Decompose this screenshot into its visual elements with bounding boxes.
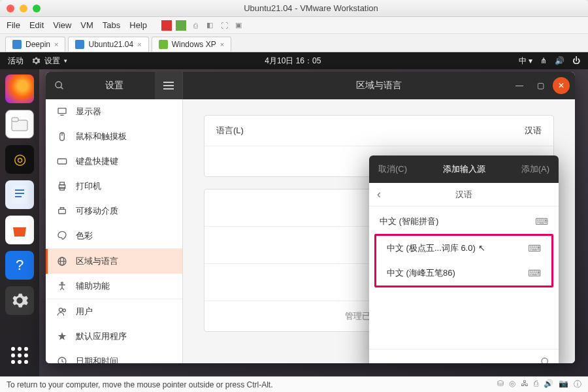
grid-icon	[11, 347, 28, 364]
fullscreen-icon[interactable]: ⛶	[219, 20, 229, 31]
language-value: 汉语	[525, 125, 542, 137]
network-icon[interactable]: ⋔	[540, 56, 547, 65]
volume-icon[interactable]: 🔊	[555, 56, 564, 65]
keyboard-preview-icon[interactable]: ⌨	[528, 268, 541, 278]
keyboard-preview-icon[interactable]: ⌨	[535, 216, 548, 227]
usb-icon[interactable]: ⎙	[534, 379, 538, 390]
snapshot-icon[interactable]: ⎙	[190, 20, 201, 31]
svg-rect-19	[60, 182, 65, 185]
cancel-button[interactable]: 取消(C)	[378, 163, 407, 175]
sidebar-item-datetime[interactable]: 日期和时间	[46, 349, 182, 363]
source-label: 中文 (智能拼音)	[380, 216, 438, 227]
camera-icon[interactable]: 📷	[559, 379, 568, 390]
vm-icon	[159, 40, 168, 49]
power-icon[interactable]	[161, 20, 172, 31]
svg-point-27	[59, 308, 62, 312]
close-tab-icon[interactable]: ×	[220, 41, 224, 48]
svg-point-28	[63, 309, 65, 312]
hamburger-button[interactable]	[155, 72, 182, 99]
input-source-option[interactable]: 中文 (智能拼音) ⌨	[369, 209, 559, 234]
sidebar-item-defaultapps[interactable]: 默认应用程序	[46, 324, 182, 349]
search-icon	[54, 80, 65, 91]
zoom-icon[interactable]	[33, 5, 41, 12]
suspend-icon[interactable]	[176, 20, 186, 31]
vm-tab-label: Windows XP	[172, 40, 216, 49]
search-icon	[540, 357, 551, 364]
gear-icon	[10, 291, 29, 310]
menu-help[interactable]: Help	[129, 20, 147, 30]
back-button[interactable]: ‹	[377, 188, 381, 201]
dock-firefox[interactable]	[5, 74, 34, 103]
maximize-button[interactable]: ▢	[532, 77, 549, 94]
svg-point-6	[56, 82, 61, 88]
menu-view[interactable]: View	[53, 20, 71, 30]
minimize-button[interactable]: —	[511, 77, 528, 94]
sidebar-item-accessibility[interactable]: 辅助功能	[46, 274, 182, 299]
sidebar-item-keyboard[interactable]: 键盘快捷键	[46, 149, 182, 174]
input-source-option[interactable]: 中文 (极点五...词库 6.0)↖ ⌨	[376, 236, 551, 261]
source-label: 中文 (极点五...词库 6.0)↖	[387, 242, 485, 254]
sidebar-item-label: 显示器	[76, 106, 101, 118]
sidebar-item-removable[interactable]: 可移动介质	[46, 199, 182, 223]
sidebar-item-region[interactable]: 区域与语言	[46, 249, 182, 274]
svg-rect-11	[58, 108, 66, 114]
settings-headerbar: 设置 区域与语言 — ▢ ✕	[46, 72, 575, 99]
color-icon	[56, 230, 68, 242]
svg-rect-3	[15, 189, 24, 191]
dialog-search-button[interactable]	[369, 349, 559, 363]
minimize-icon[interactable]	[20, 5, 27, 12]
unity-icon[interactable]: ▣	[233, 20, 244, 31]
svg-point-31	[542, 358, 547, 364]
vm-tab-winxp[interactable]: Windows XP ×	[152, 37, 231, 52]
dock-files[interactable]	[5, 110, 34, 139]
dock-help[interactable]: ?	[5, 251, 34, 280]
sidebar-item-mouse[interactable]: 鼠标和触摸板	[46, 124, 182, 149]
sidebar-item-printer[interactable]: 打印机	[46, 174, 182, 199]
disk-icon[interactable]: ⛁	[497, 379, 504, 390]
show-applications[interactable]	[5, 341, 34, 370]
sidebar-item-users[interactable]: 用户	[46, 299, 182, 324]
guest-desktop: 活动 设置 ▾ 4月10日 16：05 中 ▾ ⋔ 🔊 ⏻ ◎ ?	[0, 52, 588, 376]
dock-software[interactable]	[5, 216, 34, 244]
vm-tab-deepin[interactable]: Deepin ×	[5, 37, 65, 52]
info-icon[interactable]: ⓘ	[574, 379, 581, 390]
snapshot-mgr-icon[interactable]: ◧	[204, 20, 215, 31]
vm-tab-ubuntu[interactable]: Ubuntu21.04 ×	[68, 37, 148, 52]
keyboard-preview-icon[interactable]: ⌨	[528, 243, 541, 253]
cd-icon[interactable]: ◎	[509, 379, 515, 390]
document-icon	[12, 186, 27, 204]
sidebar-item-display[interactable]: 显示器	[46, 99, 182, 124]
close-tab-icon[interactable]: ×	[137, 41, 141, 48]
sidebar-item-color[interactable]: 色彩	[46, 223, 182, 248]
accessibility-icon	[56, 280, 68, 292]
menu-edit[interactable]: Edit	[29, 20, 44, 30]
dock-settings[interactable]	[5, 286, 34, 315]
keyboard-icon	[56, 155, 68, 167]
menu-file[interactable]: File	[7, 20, 20, 30]
hamburger-icon	[163, 82, 174, 90]
menu-tabs[interactable]: Tabs	[103, 20, 120, 30]
input-method-indicator[interactable]: 中 ▾	[519, 56, 532, 67]
display-icon	[56, 106, 68, 118]
app-menu[interactable]: 设置 ▾	[31, 56, 67, 67]
language-row[interactable]: 语言(L) 汉语	[204, 116, 553, 146]
clock[interactable]: 4月10日 16：05	[67, 56, 519, 67]
add-button[interactable]: 添加(A)	[521, 163, 549, 175]
input-source-option[interactable]: 中文 (海峰五笔86) ⌨	[376, 261, 551, 286]
search-button[interactable]	[46, 72, 73, 99]
dock-text-editor[interactable]	[5, 180, 34, 209]
users-icon	[56, 306, 68, 318]
removable-icon	[56, 205, 68, 217]
close-icon[interactable]	[7, 5, 14, 12]
settings-title: 设置	[73, 80, 155, 91]
panel-title: 区域与语言	[356, 80, 402, 91]
menu-vm[interactable]: VM	[80, 20, 93, 30]
dock-rhythmbox[interactable]: ◎	[5, 145, 34, 174]
cursor-icon: ↖	[478, 243, 485, 253]
sound-icon[interactable]: 🔊	[544, 379, 553, 390]
network-icon[interactable]: 🖧	[521, 379, 529, 390]
power-icon[interactable]: ⏻	[572, 56, 580, 65]
close-button[interactable]: ✕	[553, 77, 570, 94]
activities-button[interactable]: 活动	[8, 56, 24, 67]
close-tab-icon[interactable]: ×	[54, 41, 58, 48]
